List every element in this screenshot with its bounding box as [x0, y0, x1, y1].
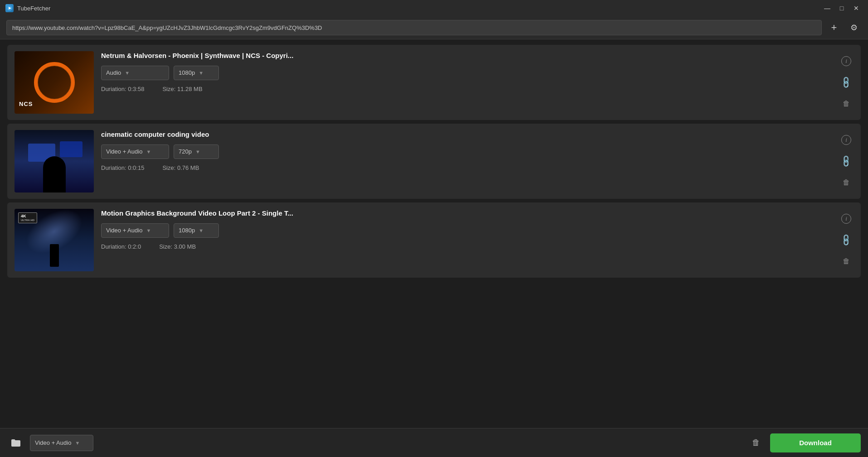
quality-select[interactable]: 720p ▼ — [174, 144, 219, 159]
url-input[interactable] — [6, 20, 822, 35]
video-card: NCS Netrum & Halvorsen - Phoenix | Synth… — [7, 45, 861, 120]
folder-icon — [10, 438, 21, 447]
trash-icon: 🗑 — [843, 100, 850, 108]
quality-arrow-icon: ▼ — [199, 228, 204, 233]
copy-link-button[interactable]: 🔗 — [839, 154, 853, 168]
quality-select[interactable]: 1080p ▼ — [174, 223, 219, 238]
copy-link-button[interactable]: 🔗 — [839, 233, 853, 247]
link-icon: 🔗 — [839, 233, 853, 247]
delete-all-icon: 🗑 — [752, 438, 760, 447]
format-arrow-icon: ▼ — [146, 149, 151, 154]
main-content: NCS Netrum & Halvorsen - Phoenix | Synth… — [0, 39, 868, 428]
thumbnail-4k: 4KULTRA HD — [15, 209, 94, 271]
delete-button[interactable]: 🗑 — [839, 254, 853, 269]
video-card: cinematic computer coding video Video + … — [7, 124, 861, 199]
bottom-format-arrow-icon: ▼ — [75, 440, 80, 446]
format-arrow-icon: ▼ — [125, 70, 130, 76]
delete-button[interactable]: 🗑 — [839, 175, 853, 190]
bottom-bar: Video + Audio ▼ 🗑 Download — [0, 428, 868, 457]
video-size: Size: 3.00 MB — [159, 243, 196, 250]
format-value: Video + Audio — [106, 148, 142, 155]
info-button[interactable]: i — [839, 54, 853, 68]
info-button[interactable]: i — [839, 133, 853, 147]
title-bar-controls: — □ ✕ — [821, 3, 863, 14]
quality-value: 720p — [179, 148, 192, 155]
trash-icon: 🗑 — [843, 178, 850, 187]
title-bar: TubeFetcher — □ ✕ — [0, 0, 868, 16]
video-size: Size: 11.28 MB — [162, 86, 202, 92]
maximize-button[interactable]: □ — [835, 3, 848, 14]
info-icon: i — [841, 56, 851, 66]
info-button[interactable]: i — [839, 212, 853, 226]
app-logo — [5, 4, 14, 12]
video-controls: Audio ▼ 1080p ▼ — [101, 66, 832, 80]
format-value: Audio — [106, 69, 121, 76]
4k-badge: 4KULTRA HD — [18, 212, 37, 223]
quality-arrow-icon: ▼ — [195, 149, 200, 154]
video-controls: Video + Audio ▼ 720p ▼ — [101, 144, 832, 159]
video-duration: Duriation: 0:2:0 — [101, 243, 141, 250]
title-bar-left: TubeFetcher — [5, 4, 50, 12]
thumbnail-coding — [15, 130, 94, 192]
video-actions: i 🔗 🗑 — [839, 130, 853, 192]
video-duration: Duriation: 0:3:58 — [101, 86, 144, 92]
link-icon: 🔗 — [839, 75, 853, 89]
video-title: Netrum & Halvorsen - Phoenix | Synthwave… — [101, 51, 832, 60]
copy-link-button[interactable]: 🔗 — [839, 75, 853, 90]
video-card: 4KULTRA HD Motion Graphics Background Vi… — [7, 202, 861, 278]
format-arrow-icon: ▼ — [146, 228, 151, 233]
video-info: Netrum & Halvorsen - Phoenix | Synthwave… — [101, 51, 832, 114]
info-icon: i — [841, 135, 851, 145]
format-select[interactable]: Audio ▼ — [101, 66, 169, 80]
trash-icon: 🗑 — [843, 257, 850, 265]
link-icon: 🔗 — [839, 154, 853, 168]
bottom-format-select[interactable]: Video + Audio ▼ — [30, 435, 93, 451]
quality-value: 1080p — [179, 227, 195, 234]
format-select[interactable]: Video + Audio ▼ — [101, 223, 169, 238]
quality-select[interactable]: 1080p ▼ — [174, 66, 219, 80]
video-title: Motion Graphics Background Video Loop Pa… — [101, 209, 832, 218]
folder-button[interactable] — [7, 434, 24, 452]
minimize-button[interactable]: — — [821, 3, 834, 14]
video-meta: Duriation: 0:3:58 Size: 11.28 MB — [101, 86, 832, 92]
bottom-format-value: Video + Audio — [35, 439, 71, 446]
video-info: Motion Graphics Background Video Loop Pa… — [101, 209, 832, 271]
quality-arrow-icon: ▼ — [199, 70, 204, 76]
quality-value: 1080p — [179, 69, 195, 76]
add-url-button[interactable]: + — [826, 20, 842, 35]
video-size: Size: 0.76 MB — [162, 164, 199, 171]
video-controls: Video + Audio ▼ 1080p ▼ — [101, 223, 832, 238]
delete-button[interactable]: 🗑 — [839, 96, 853, 111]
ncs-label: NCS — [19, 101, 33, 107]
delete-all-button[interactable]: 🗑 — [747, 434, 765, 452]
format-value: Video + Audio — [106, 227, 142, 234]
video-info: cinematic computer coding video Video + … — [101, 130, 832, 192]
url-bar: + ⚙ — [0, 16, 868, 39]
settings-button[interactable]: ⚙ — [846, 20, 862, 35]
video-actions: i 🔗 🗑 — [839, 51, 853, 114]
video-meta: Duriation: 0:0:15 Size: 0.76 MB — [101, 164, 832, 171]
video-actions: i 🔗 🗑 — [839, 209, 853, 271]
format-select[interactable]: Video + Audio ▼ — [101, 144, 169, 159]
video-meta: Duriation: 0:2:0 Size: 3.00 MB — [101, 243, 832, 250]
thumbnail-ncs: NCS — [15, 51, 94, 114]
close-button[interactable]: ✕ — [850, 3, 863, 14]
download-button[interactable]: Download — [770, 433, 861, 452]
app-title: TubeFetcher — [17, 5, 50, 12]
info-icon: i — [841, 214, 851, 224]
video-title: cinematic computer coding video — [101, 130, 832, 139]
video-duration: Duriation: 0:0:15 — [101, 164, 144, 171]
